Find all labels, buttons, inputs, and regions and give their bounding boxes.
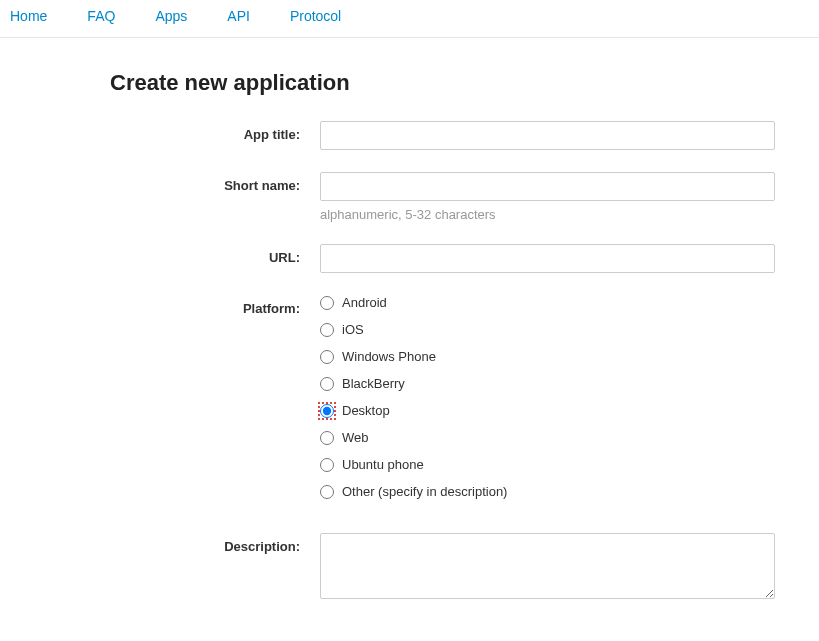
description-input[interactable] [320,533,775,599]
platform-android[interactable]: Android [320,295,775,310]
nav-faq[interactable]: FAQ [87,8,115,24]
nav-home[interactable]: Home [10,8,47,24]
platform-web[interactable]: Web [320,430,775,445]
platform-options: Android iOS Windows Phone BlackBerry Des… [320,295,775,511]
platform-ubuntu[interactable]: Ubuntu phone [320,457,775,472]
platform-windows-phone-label: Windows Phone [342,349,436,364]
short-name-input[interactable] [320,172,775,201]
platform-desktop-label: Desktop [342,403,390,418]
platform-web-radio[interactable] [320,431,334,445]
top-nav: Home FAQ Apps API Protocol [0,0,819,38]
platform-label: Platform: [110,295,320,316]
platform-desktop-radio[interactable] [320,404,334,418]
platform-desktop[interactable]: Desktop [320,403,775,418]
platform-windows-phone-radio[interactable] [320,350,334,364]
app-title-input[interactable] [320,121,775,150]
platform-other-radio[interactable] [320,485,334,499]
platform-android-label: Android [342,295,387,310]
platform-web-label: Web [342,430,369,445]
url-input[interactable] [320,244,775,273]
platform-android-radio[interactable] [320,296,334,310]
app-title-label: App title: [110,121,320,142]
platform-ios[interactable]: iOS [320,322,775,337]
nav-protocol[interactable]: Protocol [290,8,341,24]
platform-blackberry-radio[interactable] [320,377,334,391]
nav-api[interactable]: API [227,8,250,24]
platform-ios-radio[interactable] [320,323,334,337]
description-label: Description: [110,533,320,554]
platform-windows-phone[interactable]: Windows Phone [320,349,775,364]
nav-apps[interactable]: Apps [155,8,187,24]
platform-blackberry[interactable]: BlackBerry [320,376,775,391]
url-label: URL: [110,244,320,265]
short-name-label: Short name: [110,172,320,193]
platform-other-label: Other (specify in description) [342,484,507,499]
platform-other[interactable]: Other (specify in description) [320,484,775,499]
platform-blackberry-label: BlackBerry [342,376,405,391]
content: Create new application App title: Short … [0,38,819,641]
platform-ubuntu-radio[interactable] [320,458,334,472]
platform-ubuntu-label: Ubuntu phone [342,457,424,472]
page-title: Create new application [110,70,809,96]
short-name-help: alphanumeric, 5-32 characters [320,207,775,222]
platform-ios-label: iOS [342,322,364,337]
